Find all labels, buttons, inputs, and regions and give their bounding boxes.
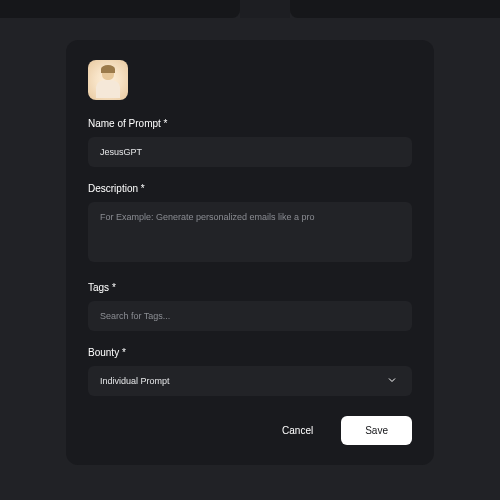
- tab-button-right[interactable]: [290, 0, 500, 18]
- tags-label: Tags *: [88, 282, 412, 293]
- tab-button-left[interactable]: [0, 0, 240, 18]
- description-label: Description *: [88, 183, 412, 194]
- top-tabs: [0, 0, 500, 18]
- bounty-select-wrap: Individual Prompt: [88, 366, 412, 396]
- bounty-label: Bounty *: [88, 347, 412, 358]
- prompt-form-card: Name of Prompt * Description * Tags * Bo…: [66, 40, 434, 465]
- name-label: Name of Prompt *: [88, 118, 412, 129]
- prompt-avatar[interactable]: [88, 60, 128, 100]
- cancel-button[interactable]: Cancel: [266, 417, 329, 444]
- save-button[interactable]: Save: [341, 416, 412, 445]
- tab-active-gap: [240, 0, 290, 18]
- bounty-select[interactable]: Individual Prompt: [88, 366, 412, 396]
- name-input[interactable]: [88, 137, 412, 167]
- description-textarea[interactable]: [88, 202, 412, 262]
- form-actions: Cancel Save: [88, 416, 412, 445]
- tags-input[interactable]: [88, 301, 412, 331]
